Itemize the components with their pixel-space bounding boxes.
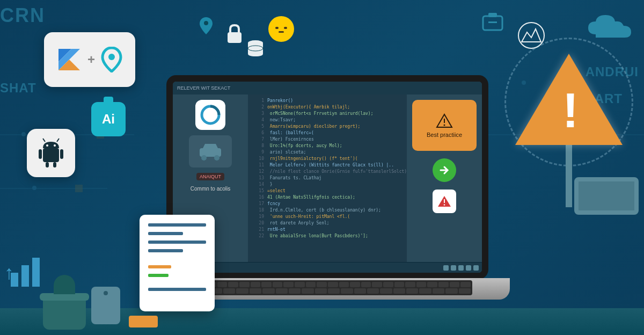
svg-rect-9 <box>53 162 56 168</box>
taskbar <box>173 262 482 273</box>
svg-rect-14 <box>275 27 279 29</box>
svg-point-3 <box>54 144 56 147</box>
warning-triangle-icon <box>515 54 623 145</box>
svg-point-28 <box>444 204 445 206</box>
left-bg-text-1: SHAT <box>0 81 36 96</box>
error-indicator[interactable] <box>433 190 456 213</box>
location-pin-icon <box>100 47 123 72</box>
svg-rect-8 <box>46 162 49 168</box>
code-editor[interactable]: 1Panrekor() 2onWthj(Executor){ Amrbik ti… <box>248 94 407 262</box>
svg-point-24 <box>214 155 219 161</box>
sidebar-label: Commn to acolis <box>191 186 230 192</box>
doc-line-accent <box>148 274 169 277</box>
corner-brand-text: CRN <box>0 4 45 27</box>
tray-icon[interactable] <box>473 265 479 271</box>
svg-point-26 <box>444 124 445 126</box>
warning-sign <box>515 54 623 161</box>
svg-rect-7 <box>60 149 63 159</box>
android-icon <box>35 137 67 169</box>
document-card <box>140 215 215 311</box>
best-practice-card[interactable]: Best practiice <box>412 100 477 151</box>
doc-line <box>148 223 206 227</box>
window-title: RELEVER WIT SEKACT <box>177 85 230 91</box>
svg-rect-19 <box>488 21 497 23</box>
svg-rect-1 <box>43 148 59 162</box>
battery-icon <box>481 11 504 32</box>
sign-post <box>566 143 572 207</box>
svg-point-2 <box>46 144 48 147</box>
sign-board <box>574 177 639 215</box>
laptop-keyboard <box>182 280 472 295</box>
svg-rect-16 <box>279 31 284 33</box>
cloud-icon <box>585 11 633 41</box>
svg-rect-18 <box>488 13 497 17</box>
tray-icon[interactable] <box>458 265 464 271</box>
warning-triangle-icon <box>436 113 453 128</box>
doc-line-accent <box>148 265 171 268</box>
car-preview-icon <box>189 135 232 168</box>
svg-line-4 <box>43 139 45 142</box>
svg-point-0 <box>108 54 115 60</box>
kotlin-location-card: + <box>44 32 135 87</box>
price-tag-icon <box>91 287 120 324</box>
svg-rect-11 <box>228 32 241 43</box>
error-triangle-icon <box>437 195 452 208</box>
database-icon <box>247 40 264 58</box>
ide-right-panel: Best practiice <box>407 94 482 262</box>
eraser-icon <box>129 316 158 327</box>
doc-line <box>148 241 206 244</box>
svg-rect-15 <box>284 27 287 29</box>
svg-point-23 <box>201 155 207 161</box>
window-titlebar: RELEVER WIT SEKACT <box>173 82 482 94</box>
plus-icon: + <box>87 52 95 67</box>
robot-emoji-icon <box>268 16 294 42</box>
proceed-button[interactable] <box>433 158 456 182</box>
doc-line <box>148 249 183 252</box>
arrow-right-icon <box>438 164 450 176</box>
best-practice-label: Best practiice <box>427 132 462 138</box>
tray-icon[interactable] <box>451 265 456 271</box>
ai-chip-icon: Ai <box>91 102 126 136</box>
lock-icon <box>225 24 244 44</box>
tray-icon[interactable] <box>443 265 449 271</box>
map-pin-icon <box>199 16 214 35</box>
plant-pot-icon <box>43 297 86 330</box>
doc-line <box>148 288 206 291</box>
sidebar-tag: ANAIQUT <box>196 173 224 180</box>
svg-rect-6 <box>39 149 42 159</box>
bar-chart-icon <box>11 258 40 287</box>
app-logo <box>195 100 225 130</box>
svg-line-5 <box>57 139 59 142</box>
svg-point-10 <box>204 21 208 25</box>
laptop-screen: RELEVER WIT SEKACT ANAIQUT Commn to acol… <box>166 75 488 279</box>
kotlin-icon <box>56 47 82 72</box>
doc-line <box>148 232 183 235</box>
ai-label: Ai <box>102 112 115 127</box>
tray-icon[interactable] <box>466 265 471 271</box>
android-bug-card <box>27 129 75 177</box>
